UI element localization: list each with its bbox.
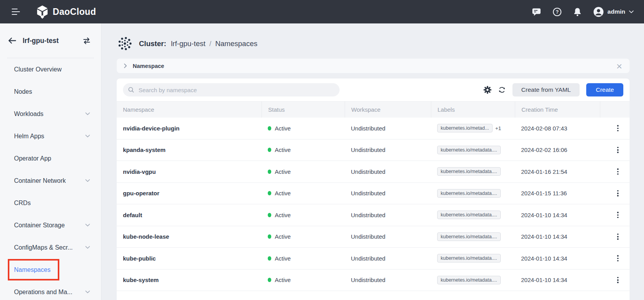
sidebar-item-cluster-overview[interactable]: Cluster Overview — [0, 58, 101, 80]
label-chip[interactable]: kubernetes.io/metadata.... — [437, 146, 501, 154]
column-header-workspace: Workspace — [345, 102, 431, 118]
breadcrumb-separator: / — [209, 39, 211, 48]
brand[interactable]: DaoCloud — [36, 5, 96, 19]
namespace-name[interactable]: default — [123, 212, 142, 218]
cell-labels: kubernetes.io/metadata.... — [431, 167, 515, 176]
sidebar-item-helm-apps[interactable]: Helm Apps — [0, 125, 101, 147]
namespace-name[interactable]: nvidia-vgpu — [123, 168, 156, 175]
gear-icon[interactable] — [484, 86, 491, 94]
chevron-down-icon — [85, 290, 90, 294]
label-chip[interactable]: kubernetes.io/metad... — [437, 124, 493, 132]
search-input[interactable] — [138, 86, 334, 94]
cell-workspace: Undistributed — [345, 277, 431, 283]
topbar-actions: ? admin — [532, 7, 634, 17]
row-actions-kebab-icon[interactable] — [615, 275, 621, 285]
table-row: kube-systemActiveUndistributedkubernetes… — [117, 270, 630, 291]
sidebar-item-crds[interactable]: CRDs — [0, 192, 101, 214]
label-chip[interactable]: kubernetes.io/metadata.... — [437, 276, 501, 284]
namespace-name[interactable]: nvidia-device-plugin — [123, 125, 180, 132]
status-dot-icon — [268, 234, 271, 239]
chat-icon[interactable] — [532, 8, 541, 16]
sidebar-item-operator-app[interactable]: Operator App — [0, 147, 101, 170]
table-row: defaultActiveUndistributedkubernetes.io/… — [117, 204, 630, 226]
row-actions-kebab-icon[interactable] — [615, 210, 621, 220]
column-header-namespace: Namespace — [117, 102, 262, 118]
label-chip[interactable]: kubernetes.io/metadata.... — [437, 211, 501, 219]
sidebar-item-container-network[interactable]: Container Network — [0, 170, 101, 192]
search-box[interactable] — [123, 83, 340, 96]
cell-creation-time: 2024-01-16 21:54 — [515, 168, 600, 175]
row-actions-kebab-icon[interactable] — [615, 123, 621, 133]
label-chip[interactable]: kubernetes.io/metadata.... — [437, 167, 501, 176]
chevron-down-icon — [85, 246, 90, 249]
filter-panel-title: Namespace — [133, 63, 164, 69]
switch-cluster-icon[interactable] — [82, 37, 91, 45]
status-text: Active — [275, 277, 291, 283]
main-content: Cluster: lrf-gpu-test / Namespaces Names… — [101, 23, 644, 300]
namespace-name[interactable]: kube-public — [123, 255, 156, 262]
chevron-down-icon — [85, 223, 90, 227]
daocloud-logo-icon — [36, 5, 49, 19]
cell-status: Active — [262, 146, 345, 153]
cell-status: Active — [262, 212, 345, 218]
cell-namespace: kube-public — [117, 255, 262, 262]
cell-labels: kubernetes.io/metadata.... — [431, 211, 515, 219]
sidebar-item-workloads[interactable]: Workloads — [0, 103, 101, 125]
cell-workspace: Undistributed — [345, 212, 431, 218]
cell-actions — [600, 254, 630, 263]
label-chip[interactable]: kubernetes.io/metadata.... — [437, 189, 501, 198]
namespace-filter-panel[interactable]: Namespace × — [117, 59, 630, 73]
create-from-yaml-button[interactable]: Create from YAML — [512, 83, 580, 96]
back-arrow-icon[interactable] — [8, 37, 16, 44]
create-button[interactable]: Create — [586, 83, 623, 96]
sidebar-item-label: ConfigMaps & Secr... — [14, 244, 73, 251]
label-chip[interactable]: kubernetes.io/metadata.... — [437, 254, 501, 262]
account-menu[interactable]: admin — [593, 7, 634, 17]
search-icon — [128, 87, 134, 93]
namespace-name[interactable]: kube-system — [123, 277, 159, 283]
label-overflow-count[interactable]: +1 — [495, 125, 501, 131]
cell-namespace: gpu-operator — [117, 190, 262, 196]
cell-status: Active — [262, 277, 345, 283]
column-header-labels: Labels — [431, 102, 515, 118]
namespace-name[interactable]: gpu-operator — [123, 190, 159, 196]
cluster-dots-icon — [117, 35, 133, 52]
label-chip[interactable]: kubernetes.io/metadata.... — [437, 232, 501, 241]
svg-text:?: ? — [556, 9, 559, 14]
cell-workspace: Undistributed — [345, 190, 431, 196]
row-actions-kebab-icon[interactable] — [615, 254, 621, 263]
sidebar-item-container-storage[interactable]: Container Storage — [0, 214, 101, 236]
cell-status: Active — [262, 255, 345, 262]
status-text: Active — [275, 146, 291, 153]
row-actions-kebab-icon[interactable] — [615, 232, 621, 241]
cell-creation-time: 2024-01-10 14:34 — [515, 277, 600, 283]
sidebar-item-operations-and-ma[interactable]: Operations and Ma... — [0, 281, 101, 300]
bell-icon[interactable] — [573, 7, 582, 16]
cell-workspace: Undistributed — [345, 233, 431, 240]
close-icon[interactable]: × — [616, 62, 623, 70]
breadcrumb-cluster[interactable]: lrf-gpu-test — [171, 39, 205, 48]
username: admin — [607, 8, 625, 15]
sidebar-item-nodes[interactable]: Nodes — [0, 80, 101, 103]
sidebar-item-configmaps-secr[interactable]: ConfigMaps & Secr... — [0, 236, 101, 259]
row-actions-kebab-icon[interactable] — [615, 167, 621, 176]
cell-namespace: default — [117, 212, 262, 218]
chevron-down-icon — [629, 10, 634, 14]
cell-labels: kubernetes.io/metad...+1 — [431, 124, 515, 132]
sidebar-item-namespaces[interactable]: Namespaces — [0, 259, 101, 281]
namespace-name[interactable]: kube-node-lease — [123, 233, 169, 240]
cell-creation-time: 2024-01-15 11:36 — [515, 190, 600, 196]
cell-actions — [600, 145, 630, 155]
status-text: Active — [275, 190, 291, 196]
sidebar: lrf-gpu-test Cluster OverviewNodesWorklo… — [0, 23, 101, 300]
row-actions-kebab-icon[interactable] — [615, 189, 621, 198]
cell-status: Active — [262, 190, 345, 196]
table-row: kube-publicActiveUndistributedkubernetes… — [117, 248, 630, 270]
row-actions-kebab-icon[interactable] — [615, 145, 621, 155]
namespace-name[interactable]: kpanda-system — [123, 146, 165, 153]
help-icon[interactable]: ? — [553, 7, 562, 16]
refresh-icon[interactable] — [498, 86, 506, 94]
sidebar-item-label: Container Storage — [14, 222, 65, 229]
menu-icon[interactable] — [12, 7, 20, 16]
cell-labels: kubernetes.io/metadata.... — [431, 189, 515, 198]
